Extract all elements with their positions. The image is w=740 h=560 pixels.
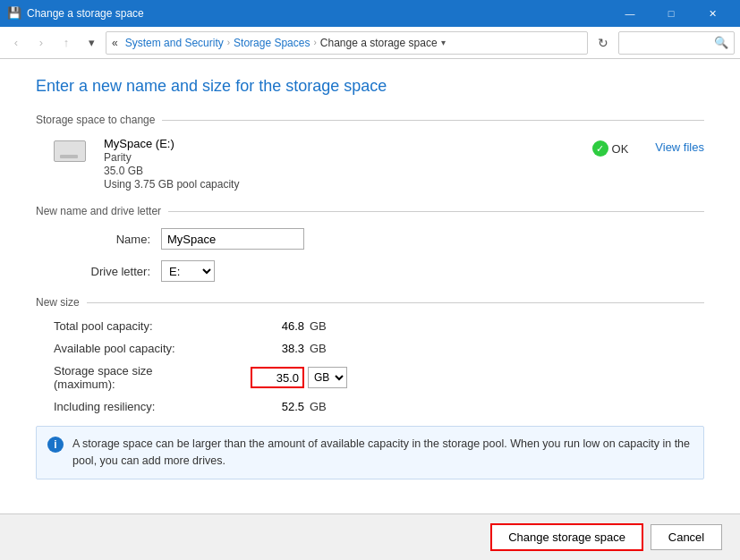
storage-details: MySpace (E:) Parity 35.0 GB Using 3.75 G… (104, 137, 574, 191)
resiliency-value: 52.5 (251, 400, 304, 413)
available-pool-unit: GB (304, 342, 340, 355)
minimize-button[interactable]: — (609, 0, 651, 27)
total-pool-row: Total pool capacity: 46.8 GB (54, 319, 704, 333)
space-size-label: Storage space size(maximum): (54, 364, 251, 391)
name-input[interactable] (161, 228, 304, 250)
total-pool-label: Total pool capacity: (54, 319, 251, 333)
addressbar: ‹ › ↑ ▾ « System and Security › Storage … (0, 27, 740, 59)
storage-type: Parity (104, 151, 574, 164)
space-size-input-wrap: GB TB (251, 367, 347, 388)
section-name-header: New name and drive letter (36, 205, 704, 217)
name-label: Name: (54, 233, 161, 246)
info-text: A storage space can be larger than the a… (72, 436, 693, 470)
space-size-input[interactable] (251, 367, 304, 388)
titlebar-title: Change a storage space (27, 7, 609, 20)
size-table: Total pool capacity: 46.8 GB Available p… (36, 319, 704, 413)
resiliency-unit: GB (304, 400, 340, 413)
breadcrumb-spaces[interactable]: Storage Spaces (234, 37, 310, 49)
section-storage-label: Storage space to change (36, 114, 155, 126)
drive-letter-label: Drive letter: (54, 265, 161, 278)
window-controls: — □ ✕ (609, 0, 733, 27)
section-storage-header: Storage space to change (36, 114, 704, 126)
titlebar: 💾 Change a storage space — □ ✕ (0, 0, 740, 27)
breadcrumb-current: Change a storage space (320, 37, 438, 49)
status-label: OK (612, 142, 629, 156)
section-size-header: New size (36, 296, 704, 309)
cancel-button[interactable]: Cancel (651, 524, 722, 550)
ok-icon: ✓ (592, 140, 608, 157)
resiliency-label: Including resiliency: (54, 400, 251, 413)
breadcrumb-system[interactable]: System and Security (125, 37, 224, 49)
available-pool-row: Available pool capacity: 38.3 GB (54, 342, 704, 355)
section-name-label: New name and drive letter (36, 205, 161, 217)
storage-name: MySpace (E:) (104, 137, 574, 150)
maximize-button[interactable]: □ (651, 0, 692, 27)
drive-letter-row: Drive letter: E: F: G: H: (36, 260, 704, 282)
app-icon: 💾 (7, 6, 21, 21)
section-size-divider (87, 302, 704, 303)
storage-status: ✓ OK (592, 140, 629, 157)
back-button[interactable]: ‹ (5, 32, 27, 54)
section-name-divider (168, 211, 704, 212)
info-box: i A storage space can be larger than the… (36, 426, 704, 479)
resiliency-row: Including resiliency: 52.5 GB (54, 400, 704, 413)
storage-capacity-used: Using 3.75 GB pool capacity (104, 178, 574, 191)
forward-button[interactable]: › (30, 32, 52, 54)
info-icon: i (47, 437, 64, 453)
view-files-link[interactable]: View files (655, 140, 704, 154)
change-storage-button[interactable]: Change storage space (490, 523, 643, 551)
search-input[interactable] (625, 37, 714, 49)
space-size-unit-select[interactable]: GB TB (308, 367, 347, 388)
up-button[interactable]: ↑ (55, 32, 77, 54)
space-size-row: Storage space size(maximum): GB TB (54, 364, 704, 391)
storage-info-row: MySpace (E:) Parity 35.0 GB Using 3.75 G… (36, 137, 704, 191)
close-button[interactable]: ✕ (692, 0, 733, 27)
available-pool-label: Available pool capacity: (54, 342, 251, 355)
storage-size: 35.0 GB (104, 165, 574, 177)
drive-letter-select[interactable]: E: F: G: H: (161, 260, 215, 282)
breadcrumb: « System and Security › Storage Spaces ›… (106, 31, 588, 55)
search-box: 🔍 (618, 31, 735, 55)
available-pool-value: 38.3 (251, 342, 304, 355)
search-icon: 🔍 (714, 36, 728, 49)
main-content: Enter a new name and size for the storag… (0, 59, 740, 560)
total-pool-value: 46.8 (251, 319, 304, 333)
drive-icon (54, 140, 89, 167)
page-title: Enter a new name and size for the storag… (36, 77, 704, 96)
bottom-bar: Change storage space Cancel (0, 513, 740, 560)
section-size-label: New size (36, 296, 80, 309)
drive-icon-body (54, 140, 86, 162)
recent-button[interactable]: ▾ (81, 32, 102, 54)
refresh-button[interactable]: ↻ (591, 31, 615, 55)
total-pool-unit: GB (304, 319, 340, 333)
section-divider (162, 120, 704, 121)
breadcrumb-dropdown[interactable]: ▾ (441, 38, 446, 47)
breadcrumb-prefix: « (112, 37, 118, 49)
name-row: Name: (36, 228, 704, 250)
